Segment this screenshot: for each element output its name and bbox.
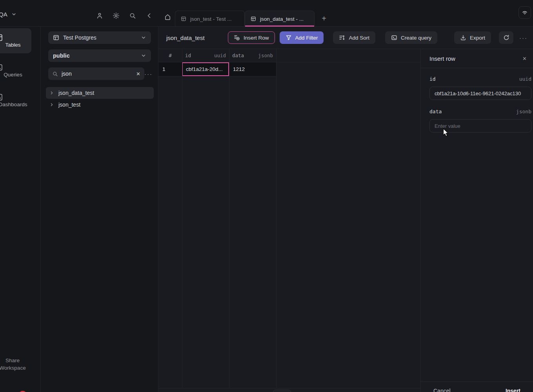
close-icon[interactable]: ✕ [521,54,528,63]
tables-icon [0,33,31,42]
page-title: json_data_test [166,34,228,41]
connection-dropdown[interactable]: Test Postgres [48,31,151,44]
table-search-input[interactable] [62,71,133,77]
new-tab-button[interactable]: + [317,11,331,27]
chevron-right-icon [49,102,54,107]
rail-item-queries[interactable]: Queries [0,58,31,83]
user-icon[interactable] [96,12,103,19]
export-button[interactable]: Export [454,31,491,44]
insert-row-icon [234,34,240,41]
left-rail: Tables Queries Dashboards Share Workspac… [0,27,41,392]
cell-id-selected[interactable]: cbf1a21a-20d... [182,62,229,76]
data-grid: # id uuid data jsonb 1 cbf1a21a-20d... 1… [158,49,421,388]
cell-data[interactable]: 1212 [229,62,276,76]
field-type: jsonb [516,109,531,114]
table-icon [181,16,186,22]
column-header-rownum[interactable]: # [158,49,182,62]
column-header-data[interactable]: data jsonb [229,49,276,62]
plus-icon: + [322,14,326,23]
schema-name: public [53,53,70,59]
create-query-label: Create query [401,35,431,41]
filter-funnel-icon [286,34,292,41]
toolbar-more-button[interactable]: ··· [519,34,528,41]
column-name: data [232,53,244,58]
share-label-line1: Share [0,357,31,364]
field-label-row-data: data jsonb [429,109,531,114]
insert-row-panel: Insert row ✕ id uuid data jsonb Cancel I… [420,49,533,392]
table-row: 1 cbf1a21a-20d... 1212 [158,62,276,76]
table-name: json_test [58,102,80,108]
table-search-box[interactable]: ✕ [48,67,144,80]
rail-item-dashboards[interactable]: Dashboards [0,88,31,113]
export-label: Export [470,35,485,41]
add-filter-button[interactable]: Add Filter [280,31,324,44]
grid-footer [158,388,421,392]
tab-label: json_data_test - ... [260,16,304,22]
field-name: id [429,76,436,82]
collapse-sidebar-icon[interactable] [146,12,153,19]
tree-item-json-data-test[interactable]: json_data_test [46,87,154,99]
tab-json-data-test[interactable]: json_data_test - ... [245,11,315,27]
id-value-input[interactable] [429,87,531,100]
share-label-line2: Workspace [0,364,31,372]
panel-footer: Cancel Insert [421,381,533,392]
grid-header: # id uuid data jsonb [158,49,421,62]
create-query-button[interactable]: Create query [385,31,437,44]
table-icon [251,16,256,22]
table-name: json_data_test [58,90,94,96]
external-link-icon [0,350,31,357]
chevron-down-icon [141,53,146,58]
database-icon [53,34,59,41]
connection-name: Test Postgres [63,34,96,41]
workspace-switcher[interactable]: QA [0,11,16,18]
home-tab-button[interactable] [160,11,175,27]
add-sort-label: Add Sort [349,35,369,41]
table-toolbar: json_data_test Insert Row Add Filter Add… [158,27,533,49]
mouse-cursor [442,128,449,138]
insert-row-label: Insert Row [244,35,269,41]
field-type: uuid [519,76,531,82]
search-icon[interactable] [129,12,136,19]
schema-dropdown[interactable]: public [48,49,151,62]
main-area: json_data_test Insert Row Add Filter Add… [158,27,533,392]
panel-title: Insert row [429,55,455,62]
share-workspace-button[interactable]: Share Workspace [0,350,31,372]
rail-item-tables[interactable]: Tables [0,28,31,53]
search-icon [52,71,58,77]
clear-search-icon[interactable]: ✕ [136,71,140,77]
rail-item-label: Queries [0,72,31,78]
tables-tree: json_data_test json_test [48,87,151,111]
tab-label: json_test - Test ... [190,16,232,22]
insert-button[interactable]: Insert [506,388,520,392]
home-icon [164,14,171,20]
chevron-down-icon [141,35,146,40]
row-number-cell[interactable]: 1 [158,62,182,76]
pagination-pill[interactable] [273,390,291,392]
schema-sidebar: Test Postgres public ✕ ··· json_data_tes… [41,27,158,392]
cancel-button[interactable]: Cancel [433,388,451,392]
chevron-down-icon [11,12,16,17]
insert-row-button[interactable]: Insert Row [228,31,275,44]
sort-icon [339,34,345,41]
top-bar: QA json_t [0,0,533,27]
workspace-name: QA [0,11,7,18]
column-header-id[interactable]: id uuid [182,49,229,62]
gear-icon[interactable] [113,12,120,19]
add-filter-label: Add Filter [295,35,318,41]
terminal-icon [0,63,31,72]
column-type: jsonb [258,53,273,58]
tab-strip: json_test - Test ... json_data_test - ..… [158,0,533,27]
column-type: uuid [214,53,226,58]
tab-json-test[interactable]: json_test - Test ... [175,11,245,27]
sidebar-more-button[interactable]: ··· [144,71,153,77]
column-name: id [185,53,191,58]
download-icon [460,34,466,41]
rail-item-label: Dashboards [0,102,31,107]
field-label-row-id: id uuid [429,76,531,82]
add-sort-button[interactable]: Add Sort [333,31,375,44]
rail-item-label: Tables [0,42,31,48]
refresh-button[interactable] [499,31,513,44]
terminal-icon [391,34,397,41]
tree-item-json-test[interactable]: json_test [46,99,154,111]
refresh-icon [503,34,509,41]
